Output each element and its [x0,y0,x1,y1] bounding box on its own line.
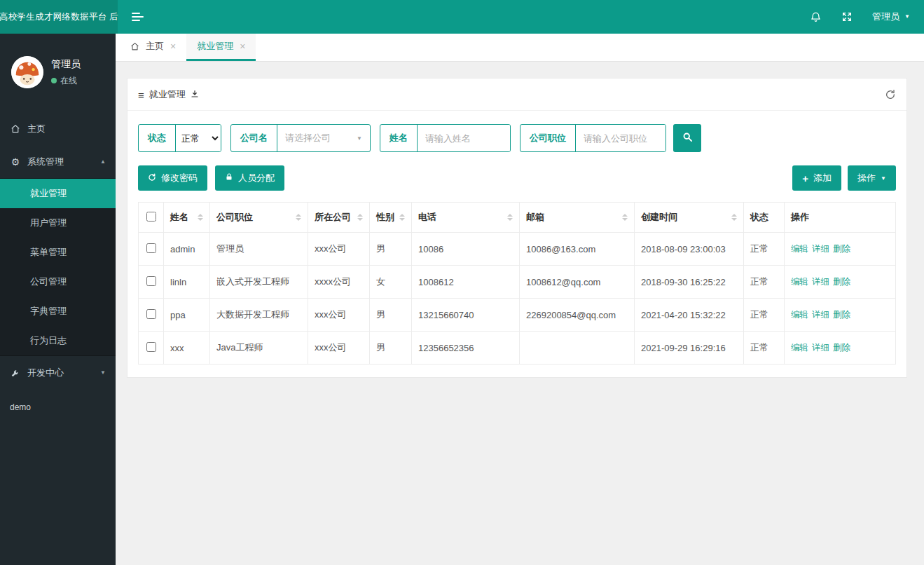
sidebar-item-users[interactable]: 用户管理 [0,208,116,238]
tab-label: 主页 [146,40,164,53]
cell-status: 正常 [744,233,785,266]
delete-link[interactable]: 删除 [833,277,850,287]
cell-created: 2018-09-30 16:25:22 [635,266,744,299]
sort-icon[interactable] [395,214,405,221]
sidebar-item-label: 就业管理 [30,187,67,200]
main-area: 主页 × 就业管理 × ≡ 就业管理 [116,34,924,565]
sidebar-item-companies[interactable]: 公司管理 [0,267,116,297]
status-filter: 状态 正常 [138,124,221,152]
status-filter-label: 状态 [139,125,176,151]
sidebar-item-label: 用户管理 [30,217,67,229]
cell-actions: 编辑详细删除 [785,233,896,266]
operation-button[interactable]: 操作 ▼ [848,165,896,191]
topbar-right: 管理员 ▼ [810,11,910,23]
sort-icon[interactable] [618,214,628,221]
admin-app: 高校学生成才网络数据平台 后 管理员 ▼ [0,0,924,565]
sidebar-item-label: 开发中心 [27,367,64,379]
name-filter: 姓名 [380,124,511,152]
cell-status: 正常 [744,266,785,299]
cell-phone: 1008612 [412,266,520,299]
position-input[interactable] [576,125,666,151]
column-header-email[interactable]: 邮箱 [520,203,635,233]
sort-icon[interactable] [353,214,363,221]
sidebar-item-behavior-log[interactable]: 行为日志 [0,326,116,355]
assign-people-button[interactable]: 人员分配 [215,165,284,191]
delete-link[interactable]: 删除 [833,343,850,353]
edit-link[interactable]: 编辑 [791,310,808,320]
cell-phone: 12356652356 [412,332,520,365]
sidebar-item-label: 菜单管理 [30,246,67,259]
delete-link[interactable]: 删除 [833,310,850,320]
status-select[interactable]: 正常 [176,125,221,151]
cell-name: ppa [164,299,210,332]
avatar [11,56,43,88]
sidebar-item-dev-center[interactable]: 开发中心 ▼ [0,356,116,389]
select-all-checkbox[interactable] [146,212,156,222]
tools-icon [10,368,21,378]
lock-icon [225,172,233,184]
detail-link[interactable]: 详细 [812,310,829,320]
add-button[interactable]: + 添加 [792,165,841,191]
table-row: admin 管理员 xxx公司 男 10086 10086@163.com 20… [139,233,896,266]
detail-link[interactable]: 详细 [812,343,829,353]
detail-link[interactable]: 详细 [812,277,829,287]
edit-link[interactable]: 编辑 [791,277,808,287]
cell-created: 2018-08-09 23:00:03 [635,233,744,266]
table-row: xxx Java工程师 xxx公司 男 12356652356 2021-09-… [139,332,896,365]
cell-status: 正常 [744,299,785,332]
panel-header: ≡ 就业管理 [127,79,906,111]
action-toolbar: 修改密码 人员分配 + 添加 [127,154,906,202]
list-icon: ≡ [138,89,144,101]
change-password-button[interactable]: 修改密码 [138,165,207,191]
row-checkbox[interactable] [146,243,156,253]
fullscreen-icon[interactable] [841,11,853,22]
column-header-name[interactable]: 姓名 [164,203,210,233]
chevron-down-icon: ▼ [357,135,362,142]
table-header-row: 姓名 公司职位 所在公司 性别 电话 邮箱 创建时间 状态 操作 [139,203,896,233]
user-menu[interactable]: 管理员 ▼ [872,11,910,23]
sort-icon[interactable] [503,214,513,221]
detail-link[interactable]: 详细 [812,244,829,254]
row-checkbox[interactable] [146,342,156,352]
sort-icon[interactable] [193,214,203,221]
employment-table: 姓名 公司职位 所在公司 性别 电话 邮箱 创建时间 状态 操作 [138,202,896,365]
edit-link[interactable]: 编辑 [791,244,808,254]
edit-link[interactable]: 编辑 [791,343,808,353]
download-icon[interactable] [191,90,199,100]
delete-link[interactable]: 删除 [833,244,850,254]
refresh-icon[interactable] [885,89,896,100]
plus-icon: + [802,173,808,184]
sidebar-item-system[interactable]: ⚙ 系统管理 ▲ [0,145,116,178]
search-button[interactable] [673,124,701,152]
tab-employment[interactable]: 就业管理 × [186,34,256,61]
column-header-phone[interactable]: 电话 [412,203,520,233]
column-header-created[interactable]: 创建时间 [635,203,744,233]
cell-actions: 编辑详细删除 [785,266,896,299]
sidebar-item-menus[interactable]: 菜单管理 [0,238,116,267]
company-select[interactable]: 请选择公司 ▼ [277,125,370,151]
sidebar-item-dictionary[interactable]: 字典管理 [0,297,116,326]
row-checkbox[interactable] [146,309,156,319]
sort-icon[interactable] [291,214,301,221]
sidebar-item-employment[interactable]: 就业管理 [0,179,116,208]
cell-gender: 男 [370,299,412,332]
sidebar-item-demo[interactable]: demo [0,390,116,423]
row-checkbox[interactable] [146,276,156,286]
column-header-position[interactable]: 公司职位 [210,203,308,233]
column-header-gender[interactable]: 性别 [370,203,412,233]
sidebar-toggle-icon[interactable] [129,8,146,25]
column-header-company[interactable]: 所在公司 [308,203,370,233]
bell-icon[interactable] [810,11,822,23]
close-icon[interactable]: × [170,41,176,52]
tab-home[interactable]: 主页 × [120,34,186,61]
table-row: ppa 大数据开发工程师 xxx公司 男 13215660740 2269200… [139,299,896,332]
home-icon [10,124,21,134]
name-input[interactable] [418,125,510,151]
sort-icon[interactable] [727,214,737,221]
cell-name: admin [164,233,210,266]
cell-actions: 编辑详细删除 [785,332,896,365]
sidebar-item-label: 主页 [27,123,46,135]
sidebar-item-home[interactable]: 主页 [0,112,116,145]
close-icon[interactable]: × [240,41,245,52]
sidebar-user-status: 在线 [51,75,81,87]
